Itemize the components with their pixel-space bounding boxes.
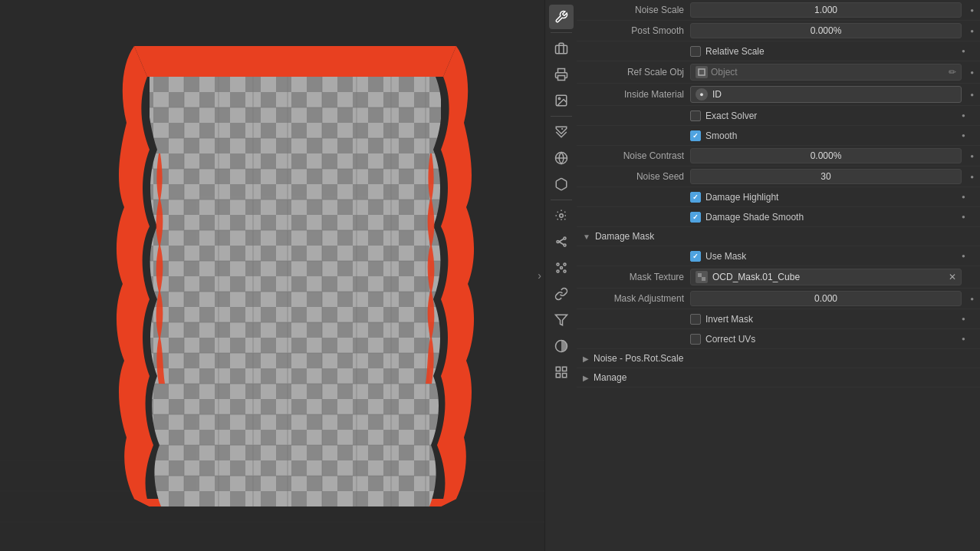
use-mask-dot[interactable]: ●	[962, 252, 974, 259]
spanner-icon[interactable]	[549, 203, 574, 228]
damage-highlight-dot[interactable]: ●	[962, 193, 974, 200]
wrench-icon[interactable]	[549, 5, 574, 29]
svg-rect-55	[556, 367, 560, 371]
manage-section[interactable]: ▶ Manage	[577, 368, 980, 388]
svg-rect-61	[702, 277, 705, 281]
viewport: ‹	[0, 0, 544, 551]
mask-adjustment-label: Mask Adjustment	[583, 293, 690, 304]
post-smooth-dot[interactable]: ●	[962, 28, 974, 35]
inside-material-dot[interactable]: ●	[962, 91, 974, 98]
svg-rect-63	[698, 277, 702, 281]
relative-scale-label: Relative Scale	[705, 46, 765, 57]
globe-icon[interactable]	[549, 146, 574, 170]
box-icon[interactable]	[549, 172, 574, 196]
image-icon[interactable]	[549, 88, 574, 113]
damage-mask-arrow: ▼	[583, 233, 590, 241]
svg-point-50	[564, 263, 566, 266]
ref-scale-obj-label: Ref Scale Obj	[583, 67, 690, 78]
svg-rect-37	[557, 76, 564, 81]
correct-uvs-wrap: Correct UVs	[690, 334, 962, 345]
mask-adjustment-value[interactable]: 0.000	[690, 291, 962, 306]
svg-rect-60	[698, 273, 702, 277]
correct-uvs-dot[interactable]: ●	[962, 335, 974, 342]
manage-arrow: ▶	[583, 374, 589, 382]
svg-rect-58	[562, 374, 566, 378]
noise-pos-rot-scale-section[interactable]: ▶ Noise - Pos.Rot.Scale	[577, 349, 980, 368]
invert-mask-dot[interactable]: ●	[962, 315, 974, 322]
noise-contrast-value[interactable]: 0.000%	[690, 148, 962, 163]
briefcase-icon[interactable]	[549, 36, 574, 61]
post-smooth-row: Post Smooth 0.000% ●	[577, 21, 980, 41]
correct-uvs-row: Correct UVs ●	[577, 329, 980, 349]
mask-texture-selector[interactable]: OCD_Mask.01_Cube ✕	[690, 269, 962, 285]
noise-seed-label: Noise Seed	[583, 171, 690, 182]
damage-highlight-wrap: Damage Highlight	[690, 192, 962, 203]
damage-highlight-row: Damage Highlight ●	[577, 187, 980, 207]
use-mask-wrap: Use Mask	[690, 251, 962, 262]
smooth-label: Smooth	[705, 130, 737, 141]
viewport-canvas	[0, 0, 544, 551]
paint-icon[interactable]	[549, 120, 574, 144]
noise-scale-dot[interactable]: ●	[962, 7, 974, 14]
damage-shade-smooth-checkbox[interactable]	[690, 212, 701, 223]
inside-material-row: Inside Material ● ID ●	[577, 84, 980, 106]
noise-seed-value[interactable]: 30	[690, 169, 962, 184]
smooth-checkbox[interactable]	[690, 130, 701, 141]
ref-scale-obj-row: Ref Scale Obj Object ✏ ●	[577, 61, 980, 84]
node-icon[interactable]	[549, 229, 574, 254]
funnel-icon[interactable]	[549, 308, 574, 332]
exact-solver-wrap: Exact Solver	[690, 111, 962, 121]
noise-contrast-row: Noise Contrast 0.000% ●	[577, 146, 980, 167]
noise-scale-row: Noise Scale 1.000 ●	[577, 0, 980, 21]
printer-icon[interactable]	[549, 62, 574, 87]
svg-rect-59	[699, 69, 705, 75]
damage-shade-smooth-dot[interactable]: ●	[962, 213, 974, 220]
post-smooth-value[interactable]: 0.000%	[690, 23, 962, 38]
grid-icon[interactable]	[549, 360, 574, 384]
mask-texture-close-icon[interactable]: ✕	[949, 272, 956, 282]
smooth-wrap: Smooth	[690, 130, 962, 141]
viewport-right-arrow[interactable]: ›	[538, 269, 541, 282]
exact-solver-checkbox[interactable]	[690, 111, 701, 121]
use-mask-row: Use Mask ●	[577, 246, 980, 266]
svg-point-39	[558, 97, 560, 99]
properties-panel: Noise Scale 1.000 ● Post Smooth 0.000% ●…	[577, 0, 980, 551]
invert-mask-checkbox[interactable]	[690, 314, 701, 325]
manage-label: Manage	[594, 372, 626, 383]
post-smooth-label: Post Smooth	[583, 25, 690, 36]
invert-mask-label: Invert Mask	[705, 314, 753, 325]
svg-rect-62	[702, 273, 705, 277]
damage-mask-header[interactable]: ▼ Damage Mask	[577, 227, 980, 246]
svg-point-53	[560, 267, 562, 269]
ref-scale-dot[interactable]: ●	[962, 69, 974, 76]
svg-line-47	[559, 239, 564, 242]
mask-adjustment-dot[interactable]: ●	[962, 295, 974, 302]
damage-shade-smooth-row: Damage Shade Smooth ●	[577, 207, 980, 227]
noise-scale-value[interactable]: 1.000	[690, 2, 962, 18]
toolbar	[544, 0, 577, 551]
inside-material-value: ID	[712, 89, 722, 100]
relative-scale-dot[interactable]: ●	[962, 48, 974, 54]
noise-contrast-label: Noise Contrast	[583, 150, 690, 161]
correct-uvs-checkbox[interactable]	[690, 334, 701, 345]
svg-point-43	[559, 214, 563, 218]
noise-seed-dot[interactable]: ●	[962, 173, 974, 180]
relative-scale-row: Relative Scale ●	[577, 41, 980, 61]
damage-mask-title: Damage Mask	[595, 231, 654, 242]
svg-point-51	[557, 270, 559, 272]
svg-rect-36	[555, 45, 567, 54]
exact-solver-dot[interactable]: ●	[962, 112, 974, 119]
svg-point-44	[557, 241, 559, 243]
particles-icon[interactable]	[549, 256, 574, 280]
damage-highlight-checkbox[interactable]	[690, 192, 701, 203]
ref-scale-obj-selector[interactable]: Object ✏	[690, 64, 962, 81]
noise-contrast-dot[interactable]: ●	[962, 153, 974, 160]
chain-icon[interactable]	[549, 282, 574, 306]
relative-scale-checkbox[interactable]	[690, 46, 701, 57]
noise-seed-row: Noise Seed 30 ●	[577, 167, 980, 187]
eyedropper-icon[interactable]: ✏	[949, 67, 956, 78]
halfcircle-icon[interactable]	[549, 334, 574, 358]
inside-material-selector[interactable]: ● ID	[690, 86, 962, 103]
smooth-dot[interactable]: ●	[962, 132, 974, 139]
use-mask-checkbox[interactable]	[690, 251, 701, 262]
